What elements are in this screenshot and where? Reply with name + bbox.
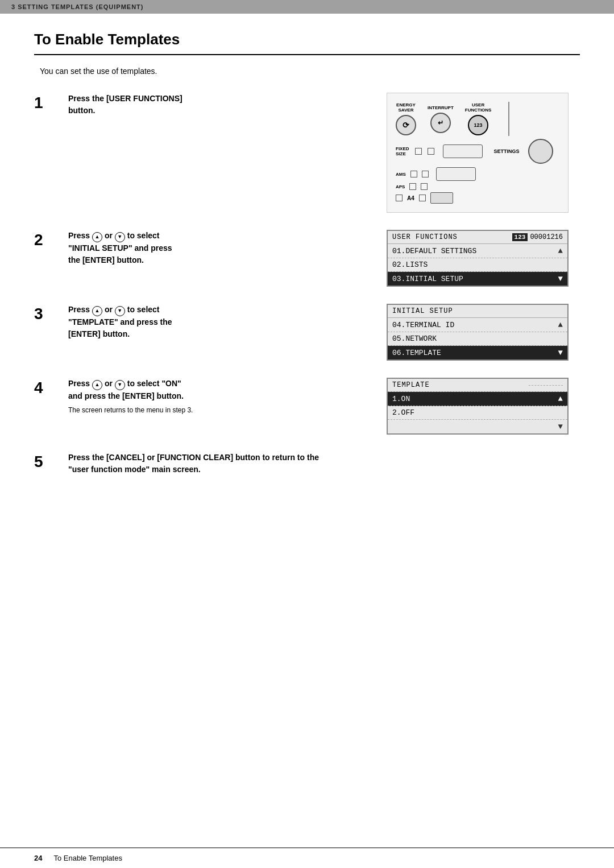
- footer-page: 24: [34, 854, 42, 862]
- step-2-number: 2: [34, 231, 57, 249]
- step-5: 5 Press the [CANCEL] or [FUNCTION CLEAR]…: [34, 452, 580, 476]
- intro-text: You can set the use of templates.: [40, 67, 580, 76]
- arrow-down-2: ▼: [558, 274, 563, 283]
- lcd-badge: 123: [512, 233, 528, 241]
- step-4-screen: TEMPLATE 1.ON ▲ 2.OFF ▼: [387, 378, 580, 435]
- page-title: To Enable Templates: [34, 31, 580, 55]
- energy-saver-button[interactable]: ⟳: [396, 115, 416, 135]
- arrow-up-3: ▲: [558, 320, 563, 329]
- step-5-text: Press the [CANCEL] or [FUNCTION CLEAR] b…: [68, 452, 523, 476]
- step-5-content: Press the [CANCEL] or [FUNCTION CLEAR] b…: [68, 452, 580, 476]
- step-1-image: ENERGYSAVER ⟳ INTERRUPT ↵ US: [387, 93, 580, 213]
- user-functions-group: USERFUNCTIONS 123: [465, 102, 492, 135]
- header-label: 3 SETTING TEMPLATES (EQUIPMENT): [11, 3, 143, 10]
- step-1-number: 1: [34, 94, 57, 112]
- step-5-number: 5: [34, 453, 57, 471]
- step-3-number: 3: [34, 305, 57, 323]
- step-3-text: Press ▲ or ▼ to select"TEMPLATE" and pre…: [68, 304, 284, 340]
- ams-btn[interactable]: [436, 167, 476, 181]
- step-3-screen: INITIAL SETUP 04.TERMINAL ID ▲ 05.NETWOR…: [387, 304, 580, 361]
- interrupt-group: INTERRUPT ↵: [428, 105, 454, 133]
- fixed-size-box: [415, 148, 422, 155]
- fixed-size-rect-btn[interactable]: [443, 144, 483, 158]
- arrow-up-2: ▲: [558, 246, 563, 255]
- lcd-item-lists-text: 02.LISTS: [392, 261, 428, 269]
- footer: 24 To Enable Templates: [0, 848, 614, 868]
- lcd-item-lists: 02.LISTS: [388, 258, 567, 272]
- step-4: 4 Press ▲ or ▼ to select "ON"and press t…: [34, 378, 580, 435]
- step-2-screen: USER FUNCTIONS 123 00001216 01.DEFAULT S…: [387, 230, 580, 287]
- lcd-screen4-title: TEMPLATE: [392, 381, 430, 389]
- lcd-item-network: 05.NETWORK: [388, 332, 567, 346]
- settings-button[interactable]: [528, 139, 553, 164]
- main-content: To Enable Templates You can set the use …: [0, 14, 614, 510]
- arrow-up-4: ▲: [558, 394, 563, 403]
- lcd-title-row-3: INITIAL SETUP: [388, 305, 567, 318]
- lcd-item-off: 2.OFF: [388, 406, 567, 420]
- lcd-item-off-text: 2.OFF: [392, 408, 414, 417]
- fixed-size-box2: [428, 148, 434, 155]
- step-1: 1 Press the [USER FUNCTIONS]button. ENER…: [34, 93, 580, 213]
- step-1-content: Press the [USER FUNCTIONS]button.: [68, 93, 375, 117]
- lcd-item-template-text: 06.TEMPLATE: [392, 349, 441, 357]
- lcd-item-terminal-text: 04.TERMINAL ID: [392, 321, 454, 329]
- lcd-code: 00001216: [530, 233, 563, 241]
- step-3: 3 Press ▲ or ▼ to select"TEMPLATE" and p…: [34, 304, 580, 361]
- step-2: 2 Press ▲ or ▼ to select"INITIAL SETUP" …: [34, 230, 580, 287]
- device-panel: ENERGYSAVER ⟳ INTERRUPT ↵ US: [387, 93, 569, 213]
- arrow-down-4: ▼: [558, 422, 563, 431]
- settings-label: SETTINGS: [494, 148, 520, 154]
- lcd-item-on-text: 1.ON: [392, 395, 410, 403]
- lcd-screen-3: INITIAL SETUP 04.TERMINAL ID ▲ 05.NETWOR…: [387, 304, 569, 361]
- energy-saver-group: ENERGYSAVER ⟳: [396, 102, 416, 135]
- lcd-item-initial-text: 03.INITIAL SETUP: [392, 275, 463, 283]
- lcd-screen-4: TEMPLATE 1.ON ▲ 2.OFF ▼: [387, 378, 569, 435]
- steps-container: 1 Press the [USER FUNCTIONS]button. ENER…: [34, 93, 580, 476]
- a4-row: A4: [396, 192, 559, 204]
- lcd-item-empty: ▼: [388, 420, 567, 433]
- step-4-number: 4: [34, 379, 57, 397]
- step-2-text: Press ▲ or ▼ to select"INITIAL SETUP" an…: [68, 230, 284, 266]
- step-3-content: Press ▲ or ▼ to select"TEMPLATE" and pre…: [68, 304, 375, 340]
- lcd-item-template: 06.TEMPLATE ▼: [388, 346, 567, 359]
- lcd-title-row-2: USER FUNCTIONS 123 00001216: [388, 231, 567, 244]
- lcd-item-default-text: 01.DEFAULT SETTINGS: [392, 247, 476, 255]
- page-header: 3 SETTING TEMPLATES (EQUIPMENT): [0, 0, 614, 14]
- user-functions-button[interactable]: 123: [468, 115, 488, 135]
- arrow-down-3: ▼: [558, 348, 563, 357]
- interrupt-button[interactable]: ↵: [430, 113, 451, 133]
- lcd-screen-2: USER FUNCTIONS 123 00001216 01.DEFAULT S…: [387, 230, 569, 287]
- lcd-item-on: 1.ON ▲: [388, 392, 567, 406]
- footer-label: To Enable Templates: [53, 854, 122, 862]
- step-4-text: Press ▲ or ▼ to select "ON"and press the…: [68, 378, 284, 415]
- lcd-screen3-title: INITIAL SETUP: [392, 307, 453, 315]
- step-2-content: Press ▲ or ▼ to select"INITIAL SETUP" an…: [68, 230, 375, 266]
- step-4-content: Press ▲ or ▼ to select "ON"and press the…: [68, 378, 375, 415]
- lcd-item-terminal: 04.TERMINAL ID ▲: [388, 318, 567, 332]
- step-4-subtext: The screen returns to the menu in step 3…: [68, 405, 284, 415]
- step-1-text: Press the [USER FUNCTIONS]button.: [68, 93, 284, 117]
- lcd-screen2-title: USER FUNCTIONS: [392, 233, 458, 241]
- lcd-title-row-4: TEMPLATE: [388, 379, 567, 392]
- lcd-item-initial-setup: 03.INITIAL SETUP ▼: [388, 272, 567, 286]
- lcd-item-default: 01.DEFAULT SETTINGS ▲: [388, 244, 567, 258]
- lcd-item-network-text: 05.NETWORK: [392, 334, 437, 343]
